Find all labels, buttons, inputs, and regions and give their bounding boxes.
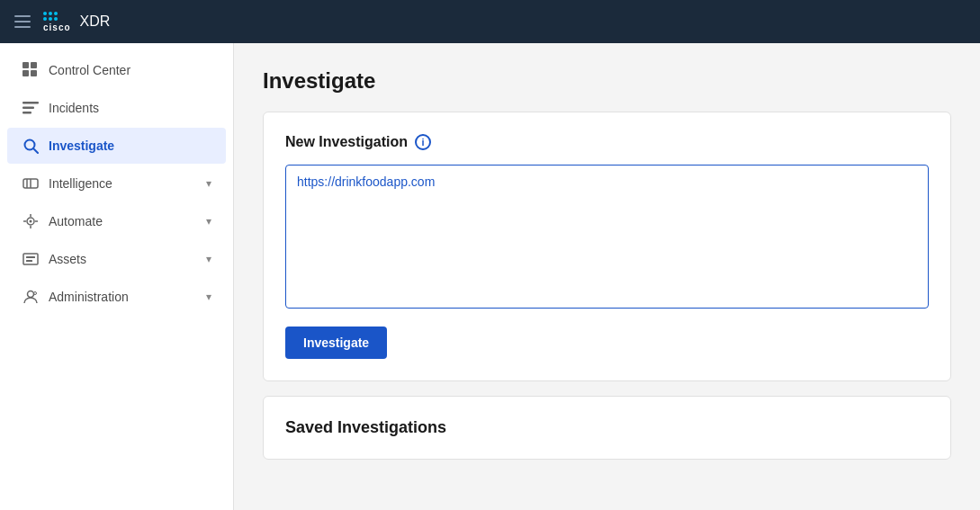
new-investigation-title: New Investigation: [285, 134, 408, 150]
cisco-logo: cisco XDR: [43, 12, 110, 32]
layout: Control Center Incidents Investigate: [0, 43, 980, 510]
administration-icon: [22, 288, 40, 306]
svg-rect-23: [26, 260, 32, 262]
svg-rect-5: [22, 70, 29, 76]
product-name: XDR: [80, 13, 111, 30]
svg-point-24: [28, 291, 34, 298]
sidebar-item-label: Investigate: [49, 139, 114, 153]
svg-rect-0: [14, 15, 31, 17]
svg-rect-9: [22, 112, 31, 114]
new-investigation-card: New Investigation i https://drinkfoodapp…: [263, 112, 951, 381]
saved-investigations-card: Saved Investigations: [263, 396, 951, 460]
info-icon[interactable]: i: [415, 134, 431, 150]
incidents-icon: [22, 99, 40, 117]
svg-rect-7: [22, 102, 39, 104]
svg-rect-3: [22, 62, 29, 68]
sidebar-item-label: Incidents: [49, 101, 99, 115]
sidebar-item-investigate[interactable]: Investigate: [7, 128, 226, 164]
saved-investigations-title: Saved Investigations: [285, 418, 446, 436]
sidebar-item-intelligence[interactable]: Intelligence ▾: [7, 166, 226, 201]
investigate-icon: [22, 137, 40, 155]
svg-rect-22: [26, 256, 35, 258]
svg-rect-8: [22, 107, 34, 110]
cisco-text: cisco: [43, 22, 71, 32]
main-content: Investigate New Investigation i https://…: [234, 43, 980, 510]
topbar: cisco XDR: [0, 0, 980, 43]
control-center-icon: [22, 61, 40, 79]
svg-point-16: [30, 220, 32, 223]
chevron-down-icon: ▾: [206, 253, 211, 265]
sidebar-item-assets[interactable]: Assets ▾: [7, 241, 226, 277]
intelligence-icon: [22, 174, 40, 192]
svg-rect-6: [31, 70, 37, 76]
sidebar-item-label: Control Center: [49, 63, 130, 77]
sidebar-item-administration[interactable]: Administration ▾: [7, 279, 226, 315]
sidebar-item-label: Administration: [49, 290, 129, 304]
chevron-down-icon: ▾: [206, 177, 211, 190]
sidebar: Control Center Incidents Investigate: [0, 43, 234, 510]
investigation-input[interactable]: https://drinkfoodapp.com: [285, 165, 929, 309]
assets-icon: [22, 250, 40, 268]
sidebar-item-label: Intelligence: [49, 176, 112, 191]
sidebar-item-incidents[interactable]: Incidents: [7, 90, 226, 126]
chevron-down-icon: ▾: [206, 215, 211, 228]
svg-line-11: [33, 148, 38, 153]
investigate-button[interactable]: Investigate: [285, 327, 387, 359]
sidebar-item-label: Automate: [49, 214, 103, 228]
card-title-row: New Investigation i: [285, 134, 929, 150]
sidebar-item-label: Assets: [49, 252, 86, 266]
chevron-down-icon: ▾: [206, 291, 211, 303]
svg-rect-2: [14, 26, 31, 28]
svg-point-25: [34, 292, 37, 295]
page-title: Investigate: [263, 68, 951, 94]
svg-rect-1: [14, 21, 31, 22]
sidebar-item-control-center[interactable]: Control Center: [7, 52, 226, 88]
svg-rect-21: [23, 254, 38, 264]
sidebar-item-automate[interactable]: Automate ▾: [7, 203, 226, 239]
svg-rect-4: [31, 62, 37, 68]
hamburger-menu-icon[interactable]: [14, 15, 31, 28]
automate-icon: [22, 212, 40, 230]
